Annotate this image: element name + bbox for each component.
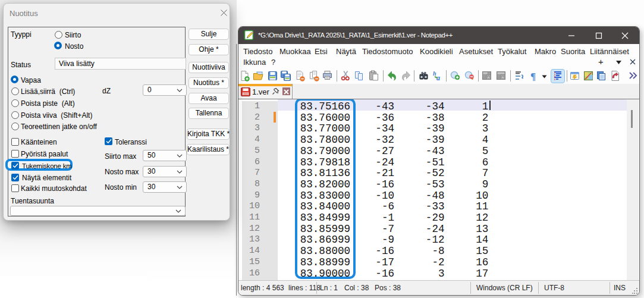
svg-text:¶: ¶ — [530, 71, 536, 81]
